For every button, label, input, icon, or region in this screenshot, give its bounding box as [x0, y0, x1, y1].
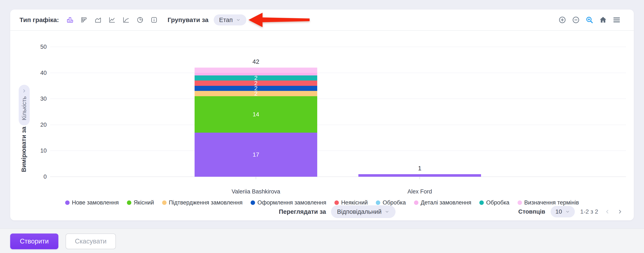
legend-dot-icon	[250, 201, 255, 205]
y-tick-label: 10	[29, 147, 47, 154]
legend-item[interactable]: Неякісний	[334, 199, 368, 206]
legend-item[interactable]: Деталі замовлення	[414, 199, 472, 206]
menu-icon[interactable]	[612, 15, 621, 24]
legend-item[interactable]: Оформлення замовлення	[250, 199, 326, 206]
pagination-next-button[interactable]	[616, 208, 624, 215]
y-tick-label: 0	[29, 174, 47, 180]
legend-label: Неякісний	[341, 199, 368, 206]
legend-item[interactable]: Нове замовлення	[65, 199, 119, 206]
column-chart-icon[interactable]	[66, 16, 74, 24]
y-tick-label: 20	[29, 121, 47, 128]
y-gridline	[50, 177, 626, 177]
measure-metric-pill[interactable]: Кількість	[19, 85, 30, 125]
chart-type-switcher	[66, 16, 158, 24]
legend-item[interactable]: Якісний	[127, 199, 154, 206]
chart-footer-controls: Переглядати за Відповідальний Стовпців 1…	[10, 205, 634, 218]
legend-dot-icon	[65, 201, 70, 205]
bar-segment[interactable]: 17	[194, 133, 317, 177]
bar-segment-value: 2	[254, 75, 258, 81]
legend-item[interactable]: Визначення термінів	[518, 199, 579, 206]
area-chart-icon[interactable]	[94, 16, 102, 24]
view-by-value: Відповідальний	[337, 208, 382, 215]
bar-segment[interactable]	[358, 174, 481, 177]
x-category-label: Alex Ford	[346, 188, 494, 195]
group-by-value: Етап	[219, 16, 233, 23]
bar-segment[interactable]: 14	[194, 96, 317, 133]
chevron-down-icon	[565, 209, 570, 214]
legend-dot-icon	[414, 201, 418, 205]
measure-by-label: Вимірювати за	[20, 127, 27, 172]
zoom-out-icon[interactable]	[572, 15, 580, 24]
legend-item[interactable]: Обробка	[479, 199, 509, 206]
y-tick-label: 50	[29, 44, 47, 50]
form-action-bar: Створити Скасувати	[0, 229, 644, 253]
line-chart-icon[interactable]	[108, 16, 116, 24]
y-tick-label: 30	[29, 96, 47, 102]
chart-legend: Нове замовленняЯкіснийПідтвердження замо…	[10, 199, 634, 206]
legend-dot-icon	[518, 201, 522, 205]
legend-label: Визначення термінів	[524, 199, 579, 206]
bar-segment[interactable]: 2	[194, 75, 317, 81]
bar-segment[interactable]: 2	[194, 86, 317, 91]
chart-toolbar: Тип графіка: Групувати за Етап	[10, 9, 634, 31]
legend-label: Деталі замовлення	[421, 199, 472, 206]
x-tick	[256, 177, 256, 179]
kpi-card-icon[interactable]	[150, 16, 158, 24]
y-gridline	[50, 73, 626, 73]
legend-label: Обробка	[486, 199, 509, 206]
chevron-left-icon	[604, 209, 610, 215]
chevron-down-icon	[236, 17, 241, 22]
legend-item[interactable]: Обробка	[376, 199, 406, 206]
bar-segment[interactable]	[194, 68, 317, 73]
pie-chart-icon[interactable]	[136, 16, 144, 24]
legend-dot-icon	[162, 201, 166, 205]
columns-count-select[interactable]: 10	[551, 206, 574, 217]
legend-dot-icon	[334, 201, 339, 205]
legend-label: Нове замовлення	[72, 199, 119, 206]
metric-pill-label: Кількість	[21, 96, 28, 120]
view-by-label: Переглядати за	[279, 208, 326, 215]
bar-segment[interactable]	[194, 73, 317, 75]
legend-dot-icon	[127, 201, 131, 205]
y-gridline	[50, 150, 626, 151]
chart-card: Тип графіка: Групувати за Етап Кількість…	[10, 9, 634, 220]
pagination-prev-button[interactable]	[604, 208, 611, 215]
spline-chart-icon[interactable]	[122, 16, 130, 24]
view-by-select[interactable]: Відповідальний	[331, 205, 396, 218]
cancel-button[interactable]: Скасувати	[66, 234, 116, 249]
bar-segment-value: 14	[252, 111, 259, 117]
y-tick-label: 40	[29, 69, 47, 76]
home-icon[interactable]	[598, 15, 608, 24]
legend-label: Якісний	[134, 199, 154, 206]
chart-type-label: Тип графіка:	[20, 16, 59, 23]
horizontal-bar-chart-icon[interactable]	[80, 16, 88, 24]
plot-modebar	[558, 15, 621, 24]
chevron-right-icon	[22, 88, 27, 94]
x-category-label: Valeriia Bashkirova	[182, 188, 330, 195]
legend-dot-icon	[376, 201, 380, 205]
chevron-down-icon	[384, 209, 390, 214]
y-gridline	[50, 125, 626, 125]
zoom-in-icon[interactable]	[558, 15, 567, 24]
bar-total-label: 42	[194, 58, 317, 65]
annotation-arrow-icon	[248, 12, 310, 27]
bar-segment-value: 17	[252, 152, 259, 158]
view-by-group: Переглядати за Відповідальний	[279, 205, 396, 218]
y-gridline	[50, 99, 626, 99]
y-gridline	[50, 47, 626, 47]
bar-segment[interactable]: 2	[194, 91, 317, 96]
pagination-range: 1-2 з 2	[580, 208, 598, 215]
x-tick	[420, 177, 420, 179]
columns-count-value: 10	[555, 208, 562, 215]
bar-total-label: 1	[358, 165, 481, 172]
bar-segment[interactable]: 2	[194, 80, 317, 86]
create-button[interactable]: Створити	[10, 234, 58, 249]
group-by-label: Групувати за	[168, 16, 208, 23]
legend-item[interactable]: Підтвердження замовлення	[162, 199, 243, 206]
legend-label: Підтвердження замовлення	[169, 199, 243, 206]
chart-plot-area: Кількість Вимірювати за Нове замовленняЯ…	[10, 31, 634, 220]
chevron-right-icon	[617, 209, 623, 215]
columns-pager: Стовпців 10 1-2 з 2	[518, 205, 624, 218]
box-zoom-icon[interactable]	[585, 15, 594, 24]
group-by-select[interactable]: Етап	[214, 14, 246, 25]
